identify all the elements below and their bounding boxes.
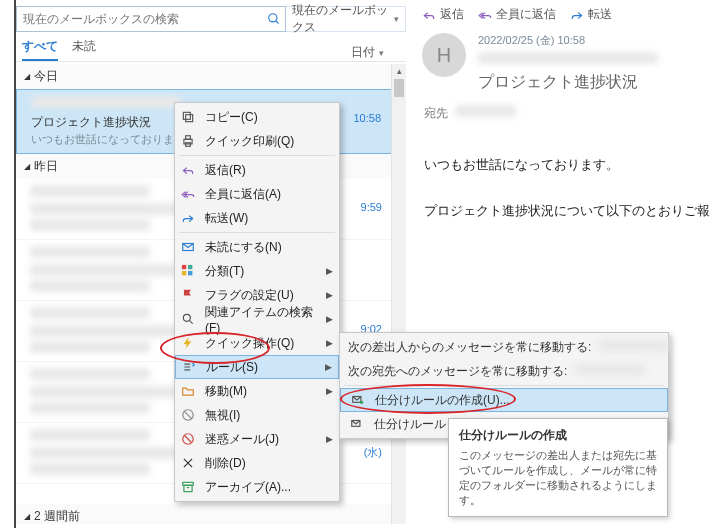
envelope-icon [179,238,197,256]
reading-reply-all-button[interactable]: 全員に返信 [478,6,556,23]
sub-create-rule[interactable]: 仕分けルールの作成(U)... [340,388,668,412]
reply-all-icon [179,185,197,203]
archive-icon [179,478,197,496]
reading-header: H 2022/02/25 (金) 10:58 プロジェクト進捗状況 [416,29,728,97]
reading-date: 2022/02/25 (金) 10:58 [478,33,722,48]
sender-redacted [30,429,150,441]
ctx-rules[interactable]: ルール(S) ▶ [175,355,339,379]
tooltip-body: このメッセージの差出人または宛先に基づいてルールを作成し、メールが常に特定のフォ… [459,448,657,508]
subject-redacted [30,325,180,337]
ctx-quick-print[interactable]: クイック印刷(Q) [175,129,339,153]
forward-icon [179,209,197,227]
context-menu: コピー(C) クイック印刷(Q) 返信(R) 全員に返信(A) 転送(W) 未読… [174,102,340,502]
reading-reply-button[interactable]: 返信 [422,6,464,23]
svg-rect-9 [188,265,192,269]
submenu-arrow-icon: ▶ [326,338,333,348]
reply-icon [422,8,436,22]
lightning-icon [179,334,197,352]
junk-icon [179,430,197,448]
submenu-arrow-icon: ▶ [326,266,333,276]
ctx-copy[interactable]: コピー(C) [175,105,339,129]
to-redacted [456,105,516,117]
ctx-move[interactable]: 移動(M) ▶ [175,379,339,403]
printer-icon [179,132,197,150]
group-today[interactable]: ◢ 今日 [16,64,406,89]
from-redacted [478,52,658,64]
preview-redacted [30,463,150,475]
group-two-weeks[interactable]: ◢ 2 週間前 [16,504,406,524]
reply-icon [179,161,197,179]
subject-redacted [30,386,180,398]
search-icon[interactable] [267,12,281,26]
submenu-arrow-icon: ▶ [326,314,333,324]
search-scope-label: 現在のメールボックス [292,2,394,36]
svg-point-0 [269,14,277,22]
svg-rect-11 [188,271,192,275]
sort-label: 日付 [351,44,375,61]
forward-icon [570,8,584,22]
preview-redacted [30,219,150,231]
ctx-find-related[interactable]: 関連アイテムの検索(F) ▶ [175,307,339,331]
ctx-reply-all[interactable]: 全員に返信(A) [175,182,339,206]
ctx-quick-steps[interactable]: クイック操作(Q) ▶ [175,331,339,355]
sender-redacted [31,96,181,108]
tab-all[interactable]: すべて [22,34,58,61]
body-line: いつもお世話になっております。 [424,152,722,178]
message-time: 10:58 [353,112,381,124]
search-scope-dropdown[interactable]: 現在のメールボックス ▾ [286,6,406,32]
value-redacted [599,340,669,351]
categorize-icon [179,262,197,280]
sort-dropdown[interactable]: 日付 ▾ [351,44,400,61]
scroll-thumb[interactable] [394,79,404,97]
submenu-arrow-icon: ▶ [325,362,332,372]
ctx-junk[interactable]: 迷惑メール(J) ▶ [175,427,339,451]
submenu-arrow-icon: ▶ [326,386,333,396]
collapse-icon: ◢ [24,162,30,171]
ctx-mark-unread[interactable]: 未読にする(N) [175,235,339,259]
svg-line-15 [184,411,192,419]
sender-redacted [30,246,150,258]
ctx-ignore[interactable]: 無視(I) [175,403,339,427]
subject-redacted [30,203,180,215]
sub-move-from[interactable]: 次の差出人からのメッセージを常に移動する: [340,335,668,359]
create-rule-icon [349,391,367,409]
search-box[interactable] [16,6,286,32]
filter-row: すべて 未読 日付 ▾ [16,32,406,62]
ctx-reply[interactable]: 返信(R) [175,158,339,182]
sub-move-to[interactable]: 次の宛先へのメッセージを常に移動する: [340,359,668,383]
folder-move-icon [179,382,197,400]
reading-actions: 返信 全員に返信 転送 [416,4,728,29]
chevron-down-icon: ▾ [379,48,384,58]
copy-icon [179,108,197,126]
svg-rect-2 [186,115,193,122]
reading-forward-button[interactable]: 転送 [570,6,612,23]
svg-line-17 [185,436,192,443]
tooltip-title: 仕分けルールの作成 [459,427,657,444]
ctx-forward[interactable]: 転送(W) [175,206,339,230]
svg-rect-10 [182,271,186,275]
separator [179,155,335,156]
svg-rect-8 [182,265,186,269]
value-redacted [575,364,645,375]
tooltip: 仕分けルールの作成 このメッセージの差出人または宛先に基づいてルールを作成し、メ… [448,418,668,517]
reading-to-row: 宛先 [416,97,728,122]
rules-icon [180,358,198,376]
sender-redacted [30,185,150,197]
message-time: 9:59 [361,201,382,213]
ctx-archive[interactable]: アーカイブ(A)... [175,475,339,499]
scroll-up-icon[interactable]: ▴ [392,64,406,79]
search-input[interactable] [21,11,267,27]
ctx-delete[interactable]: 削除(D) [175,451,339,475]
ignore-icon [179,406,197,424]
flag-icon [179,286,197,304]
sender-redacted [30,307,150,319]
reading-body: いつもお世話になっております。 プロジェクト進捗状況について以下のとおりご報 [416,122,728,224]
scrollbar[interactable]: ▴ [391,64,406,524]
svg-rect-3 [183,112,190,119]
collapse-icon: ◢ [24,72,30,81]
ctx-categorize[interactable]: 分類(T) ▶ [175,259,339,283]
tab-unread[interactable]: 未読 [72,34,96,61]
chevron-down-icon: ▾ [394,14,399,24]
collapse-icon: ◢ [24,512,30,521]
preview-redacted [30,402,150,414]
